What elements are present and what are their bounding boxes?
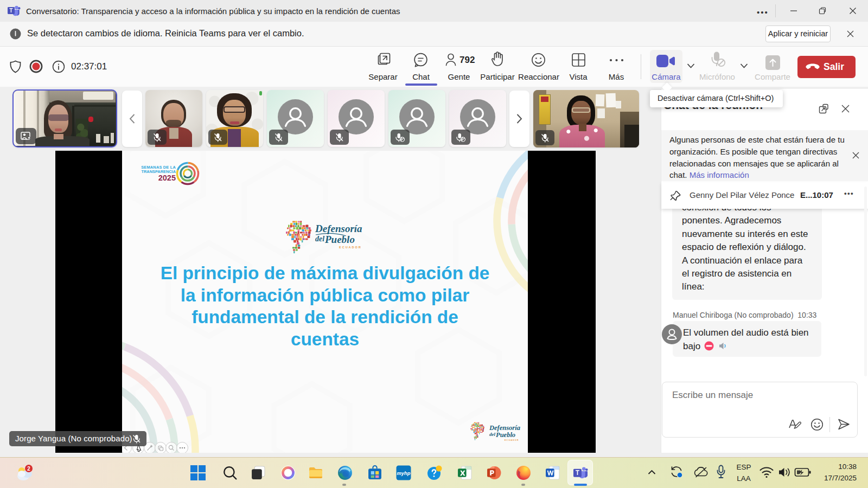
svg-text:ECUADOR: ECUADOR (505, 439, 519, 441)
svg-text:Pueblo: Pueblo (324, 234, 355, 245)
svg-text:del: del (315, 235, 324, 243)
svg-text:2025: 2025 (158, 174, 176, 182)
svg-text:myhp: myhp (397, 471, 411, 476)
svg-text:ECUADOR: ECUADOR (339, 246, 362, 249)
svg-text:Defensoría: Defensoría (489, 424, 520, 432)
svg-text:2: 2 (27, 466, 30, 472)
svg-text:Pueblo: Pueblo (496, 431, 515, 439)
svg-text:Defensoría: Defensoría (315, 223, 362, 234)
svg-text:del: del (489, 432, 495, 437)
